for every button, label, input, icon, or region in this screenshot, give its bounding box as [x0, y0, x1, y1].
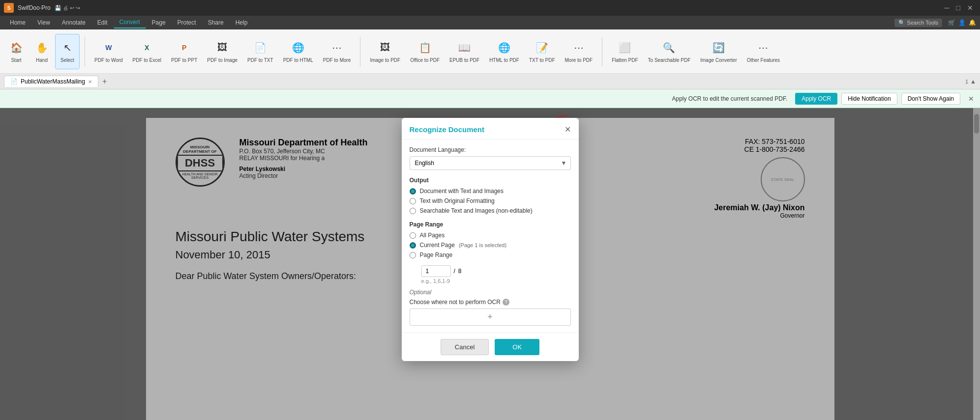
range-radio-custom[interactable] [410, 252, 416, 258]
html-to-pdf-icon: 🌐 [497, 40, 512, 56]
tool-pdf-to-more[interactable]: ⋯ PDF to More [319, 34, 356, 69]
menu-edit[interactable]: Edit [91, 17, 114, 28]
document-area: MISSOURI DEPARTMENT OF DHSS HEALTH AND S… [0, 108, 980, 420]
ocr-bar-close-button[interactable]: ✕ [968, 95, 974, 103]
toolbar-group-2: W PDF to Word X PDF to Excel P PDF to PP… [90, 34, 355, 69]
language-select[interactable]: English Chinese French German Spanish [410, 156, 571, 170]
search-tools[interactable]: 🔍 Search Tools [894, 19, 942, 27]
tool-select[interactable]: ↖ Select [55, 34, 80, 69]
search-tools-label: Search Tools [907, 20, 938, 26]
pdf-to-txt-icon: 📄 [252, 40, 268, 56]
page-total: 8 [458, 268, 462, 275]
tab-collapse-up[interactable]: ▲ [970, 78, 976, 85]
optional-hint: Choose where not to perform OCR ? [410, 299, 571, 306]
range-radio-all[interactable] [410, 232, 416, 239]
tab-public-water[interactable]: 📄 PublicWaterMassMailing ✕ [4, 76, 98, 87]
menu-help[interactable]: Help [230, 17, 254, 28]
tool-pdf-to-ppt[interactable]: P PDF to PPT [167, 34, 202, 69]
range-all-pages[interactable]: All Pages [410, 232, 571, 239]
tool-flatten-pdf[interactable]: ⬜ Flatten PDF [607, 34, 642, 69]
tool-to-searchable-pdf-label: To Searchable PDF [648, 57, 691, 63]
app-name: SwifDoo·Pro [18, 4, 51, 11]
minimize-button[interactable]: ─ [942, 4, 952, 12]
output-radio-searchable[interactable] [410, 208, 416, 214]
hide-notification-button[interactable]: Hide Notification [841, 93, 897, 105]
cart-icon[interactable]: 🛒 [948, 19, 955, 26]
add-ocr-exception-button[interactable]: + [410, 308, 571, 326]
maximize-button[interactable]: □ [953, 4, 963, 12]
tool-pdf-to-html[interactable]: 🌐 PDF to HTML [279, 34, 318, 69]
tool-office-to-pdf[interactable]: 📋 Office to PDF [406, 34, 444, 69]
output-text-original-formatting[interactable]: Text with Original Formatting [410, 197, 571, 204]
apply-ocr-button[interactable]: Apply OCR [795, 93, 837, 105]
tab-label: PublicWaterMassMailing [21, 78, 85, 85]
tool-pdf-to-excel[interactable]: X PDF to Excel [128, 34, 166, 69]
ocr-notification-text: Apply OCR to edit the current scanned PD… [6, 95, 787, 102]
close-button[interactable]: ✕ [964, 4, 976, 12]
tool-more-to-pdf[interactable]: ⋯ More to PDF [561, 34, 597, 69]
menu-bar: Home View Annotate Edit Convert Page Pro… [0, 16, 980, 29]
page-from-input[interactable] [421, 265, 451, 277]
user-icon[interactable]: 👤 [958, 19, 966, 26]
tool-pdf-to-word-label: PDF to Word [94, 57, 123, 63]
menu-protect[interactable]: Protect [172, 17, 202, 28]
tool-pdf-to-image[interactable]: 🖼 PDF to Image [203, 34, 242, 69]
pdf-to-more-icon: ⋯ [329, 40, 345, 56]
tab-bar: 📄 PublicWaterMassMailing ✕ + 1 ▲ [0, 74, 980, 89]
tool-to-searchable-pdf[interactable]: 🔍 To Searchable PDF [644, 34, 695, 69]
menu-annotate[interactable]: Annotate [56, 17, 91, 28]
tool-txt-to-pdf-label: TXT to PDF [529, 57, 555, 63]
ok-button[interactable]: OK [495, 339, 539, 355]
tool-start[interactable]: 🏠 Start [4, 34, 29, 69]
tool-flatten-pdf-label: Flatten PDF [612, 57, 638, 63]
tool-image-converter[interactable]: 🔄 Image Converter [696, 34, 741, 69]
range-page-range[interactable]: Page Range [410, 252, 571, 258]
tool-epub-to-pdf[interactable]: 📖 EPUB to PDF [445, 34, 484, 69]
output-doc-text-images[interactable]: Document with Text and Images [410, 188, 571, 195]
dont-show-again-button[interactable]: Don't Show Again [901, 93, 960, 105]
title-bar-left: S SwifDoo·Pro 💾 🖨 ↩ ↪ [4, 3, 80, 13]
menu-share[interactable]: Share [202, 17, 230, 28]
range-current-label: Current Page [420, 242, 455, 249]
tab-doc-icon: 📄 [10, 78, 18, 85]
toolbar-sep-1 [85, 37, 85, 66]
range-current-page[interactable]: Current Page (Page 1 is selected) [410, 242, 571, 249]
page-num: 1 [965, 79, 968, 84]
menu-convert[interactable]: Convert [114, 17, 146, 28]
start-icon: 🏠 [8, 40, 24, 56]
toolbar-sep-3 [602, 37, 602, 66]
tool-image-to-pdf-label: Image to PDF [370, 57, 400, 63]
tab-close-button[interactable]: ✕ [88, 79, 92, 84]
range-page-range-label: Page Range [420, 252, 453, 258]
tool-pdf-to-excel-label: PDF to Excel [133, 57, 161, 63]
dialog-close-button[interactable]: ✕ [564, 125, 571, 134]
range-radio-current[interactable] [410, 242, 416, 249]
dialog-body: Document Language: English Chinese Frenc… [402, 140, 579, 333]
tool-other-features[interactable]: ⋯ Other Features [742, 34, 784, 69]
flatten-pdf-icon: ⬜ [617, 40, 633, 56]
tool-hand[interactable]: ✋ Hand [30, 34, 54, 69]
menu-page[interactable]: Page [146, 17, 172, 28]
page-hint: e.g., 1,6,1-9 [421, 278, 571, 284]
tool-pdf-to-txt[interactable]: 📄 PDF to TXT [243, 34, 278, 69]
tool-pdf-to-word[interactable]: W PDF to Word [90, 34, 127, 69]
dialog-header: Recognize Document ✕ [402, 118, 579, 140]
range-current-hint: (Page 1 is selected) [459, 242, 506, 248]
tool-html-to-pdf[interactable]: 🌐 HTML to PDF [485, 34, 524, 69]
page-range-section-label: Page Range [410, 221, 571, 228]
window-controls[interactable]: ─ □ ✕ [942, 4, 976, 12]
hand-icon: ✋ [34, 40, 50, 56]
txt-to-pdf-icon: 📝 [534, 40, 550, 56]
bell-icon[interactable]: 🔔 [969, 19, 976, 26]
optional-info-icon[interactable]: ? [503, 299, 509, 306]
output-radio-doc-text-images[interactable] [410, 188, 416, 195]
menu-view[interactable]: View [31, 17, 56, 28]
tool-image-converter-label: Image Converter [700, 57, 737, 63]
output-searchable-text-images[interactable]: Searchable Text and Images (non-editable… [410, 207, 571, 214]
tool-image-to-pdf[interactable]: 🖼 Image to PDF [365, 34, 405, 69]
new-tab-button[interactable]: + [99, 76, 110, 87]
menu-home[interactable]: Home [4, 17, 31, 28]
output-radio-text-original[interactable] [410, 198, 416, 204]
cancel-button[interactable]: Cancel [441, 339, 489, 355]
tool-txt-to-pdf[interactable]: 📝 TXT to PDF [525, 34, 560, 69]
